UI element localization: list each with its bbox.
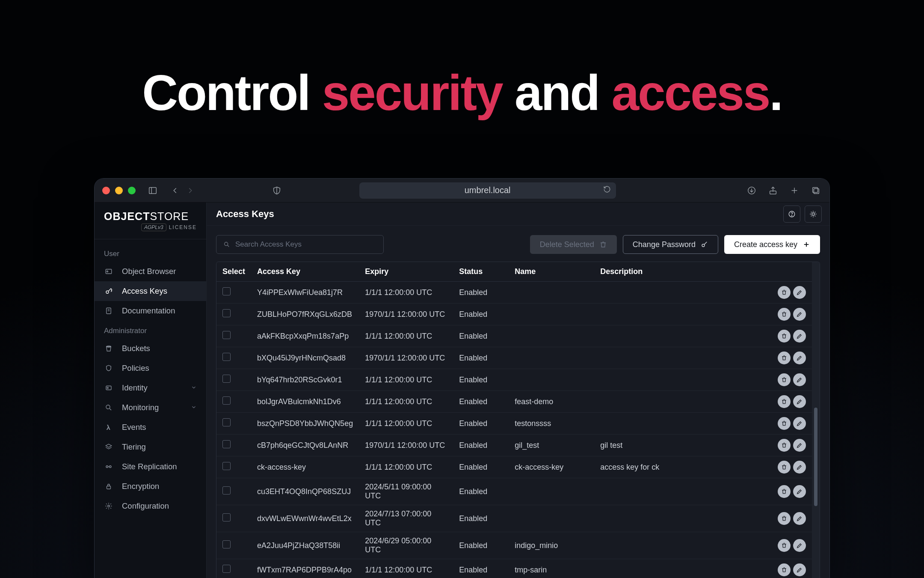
row-edit-button[interactable] bbox=[793, 563, 806, 576]
search-field[interactable] bbox=[235, 240, 376, 249]
delete-selected-button[interactable]: Delete Selected bbox=[530, 235, 617, 254]
downloads-button[interactable] bbox=[746, 185, 758, 197]
row-edit-button[interactable] bbox=[793, 395, 806, 408]
sidebar-item-policies[interactable]: Policies bbox=[95, 358, 206, 378]
cell-name: tmp-sarin bbox=[509, 559, 594, 578]
theme-toggle-button[interactable] bbox=[805, 206, 822, 223]
sidebar-item-object-browser[interactable]: Object Browser bbox=[95, 262, 206, 281]
row-delete-button[interactable] bbox=[778, 439, 791, 452]
row-edit-button[interactable] bbox=[793, 417, 806, 430]
cell-status: Enabled bbox=[453, 325, 509, 347]
sidebar-toggle-button[interactable] bbox=[147, 185, 159, 197]
table-scrollbar[interactable] bbox=[812, 262, 820, 578]
svg-point-22 bbox=[106, 466, 108, 468]
table-row[interactable]: ck-access-key1/1/1 12:00:00 UTCEnabledck… bbox=[216, 456, 812, 478]
row-delete-button[interactable] bbox=[778, 485, 791, 498]
svg-rect-9 bbox=[813, 187, 818, 192]
row-delete-button[interactable] bbox=[778, 461, 791, 474]
sidebar-item-buckets[interactable]: Buckets bbox=[95, 339, 206, 358]
back-button[interactable] bbox=[169, 185, 181, 197]
table-row[interactable]: eA2Juu4PjZHaQ38T58ii2024/6/29 05:00:00 U… bbox=[216, 532, 812, 559]
row-checkbox[interactable] bbox=[222, 396, 231, 405]
row-checkbox[interactable] bbox=[222, 540, 231, 548]
table-row[interactable]: dxvWLwEWwnWr4wvEtL2x2024/7/13 07:00:00 U… bbox=[216, 505, 812, 532]
table-row[interactable]: cu3EHT4OQ8InQP68SZUJ2024/5/11 09:00:00 U… bbox=[216, 478, 812, 505]
sidebar-item-events[interactable]: Events bbox=[95, 417, 206, 437]
sidebar-item-documentation[interactable]: Documentation bbox=[95, 301, 206, 321]
row-delete-button[interactable] bbox=[778, 563, 791, 576]
row-delete-button[interactable] bbox=[778, 352, 791, 364]
row-edit-button[interactable] bbox=[793, 539, 806, 552]
sidebar-item-monitoring[interactable]: Monitoring bbox=[95, 398, 206, 417]
row-checkbox[interactable] bbox=[222, 565, 231, 573]
row-edit-button[interactable] bbox=[793, 485, 806, 498]
cell-name bbox=[509, 325, 594, 347]
table-row[interactable]: bolJgrAVBulcmkNh1Dv61/1/1 12:00:00 UTCEn… bbox=[216, 391, 812, 413]
privacy-shield-icon[interactable] bbox=[271, 185, 283, 197]
sidebar-item-site-replication[interactable]: Site Replication bbox=[95, 457, 206, 477]
sidebar-item-identity[interactable]: Identity bbox=[95, 378, 206, 398]
row-checkbox[interactable] bbox=[222, 287, 231, 295]
row-delete-button[interactable] bbox=[778, 417, 791, 430]
row-delete-button[interactable] bbox=[778, 395, 791, 408]
new-tab-button[interactable] bbox=[788, 185, 800, 197]
row-edit-button[interactable] bbox=[793, 461, 806, 474]
shield-icon bbox=[104, 363, 113, 373]
row-edit-button[interactable] bbox=[793, 286, 806, 299]
sidebar-item-label: Object Browser bbox=[122, 267, 176, 276]
row-edit-button[interactable] bbox=[793, 373, 806, 386]
row-checkbox[interactable] bbox=[222, 462, 231, 470]
share-button[interactable] bbox=[767, 185, 779, 197]
row-edit-button[interactable] bbox=[793, 330, 806, 343]
table-row[interactable]: ZUBLHoPO7fRXqGLx6zDB1970/1/1 12:00:00 UT… bbox=[216, 304, 812, 325]
window-close-button[interactable] bbox=[102, 187, 110, 194]
forward-button[interactable] bbox=[184, 185, 196, 197]
col-access-key: Access Key bbox=[251, 262, 359, 282]
sidebar-item-access-keys[interactable]: Access Keys bbox=[95, 281, 206, 301]
row-checkbox[interactable] bbox=[222, 331, 231, 339]
cell-expiry: 2024/6/29 05:00:00 UTC bbox=[359, 532, 453, 559]
access-keys-table: Select Access Key Expiry Status Name Des… bbox=[216, 262, 820, 578]
tab-overview-button[interactable] bbox=[810, 185, 822, 197]
cell-description bbox=[594, 304, 769, 325]
search-access-keys-input[interactable] bbox=[216, 235, 384, 254]
row-edit-button[interactable] bbox=[793, 512, 806, 525]
row-delete-button[interactable] bbox=[778, 308, 791, 321]
row-checkbox[interactable] bbox=[222, 375, 231, 383]
row-delete-button[interactable] bbox=[778, 286, 791, 299]
change-password-button[interactable]: Change Password bbox=[623, 235, 718, 254]
table-row[interactable]: bXQu45iJ9yrHNcmQsad81970/1/1 12:00:00 UT… bbox=[216, 347, 812, 369]
sidebar-item-tiering[interactable]: Tiering bbox=[95, 437, 206, 457]
table-row[interactable]: fWTxm7RAP6DPPB9rA4po1/1/1 12:00:00 UTCEn… bbox=[216, 559, 812, 578]
sidebar-item-configuration[interactable]: Configuration bbox=[95, 496, 206, 516]
table-row[interactable]: aAkFKBcpXxqPm18s7aPp1/1/1 12:00:00 UTCEn… bbox=[216, 325, 812, 347]
table-row[interactable]: bszQnPSD8YbbJWhQN5eg1/1/1 12:00:00 UTCEn… bbox=[216, 413, 812, 435]
row-edit-button[interactable] bbox=[793, 439, 806, 452]
url-bar[interactable]: umbrel.local bbox=[359, 182, 616, 199]
window-minimize-button[interactable] bbox=[115, 187, 123, 194]
row-edit-button[interactable] bbox=[793, 352, 806, 364]
cell-access-key: bYq647hrb20RScGvk0r1 bbox=[251, 369, 359, 391]
row-delete-button[interactable] bbox=[778, 539, 791, 552]
row-checkbox[interactable] bbox=[222, 418, 231, 426]
row-edit-button[interactable] bbox=[793, 308, 806, 321]
row-checkbox[interactable] bbox=[222, 513, 231, 521]
row-delete-button[interactable] bbox=[778, 512, 791, 525]
cell-name bbox=[509, 478, 594, 505]
table-row[interactable]: Y4iPPExWlwFiUea81j7R1/1/1 12:00:00 UTCEn… bbox=[216, 282, 812, 304]
row-delete-button[interactable] bbox=[778, 330, 791, 343]
window-maximize-button[interactable] bbox=[128, 187, 136, 194]
row-delete-button[interactable] bbox=[778, 373, 791, 386]
row-checkbox[interactable] bbox=[222, 486, 231, 495]
row-checkbox[interactable] bbox=[222, 440, 231, 448]
help-button[interactable] bbox=[783, 206, 800, 223]
table-row[interactable]: bYq647hrb20RScGvk0r11/1/1 12:00:00 UTCEn… bbox=[216, 369, 812, 391]
cell-expiry: 1970/1/1 12:00:00 UTC bbox=[359, 304, 453, 325]
row-checkbox[interactable] bbox=[222, 353, 231, 361]
table-row[interactable]: cB7ph6qeGCJtQv8LAnNR1970/1/1 12:00:00 UT… bbox=[216, 435, 812, 456]
reload-button[interactable] bbox=[603, 185, 611, 195]
row-checkbox[interactable] bbox=[222, 309, 231, 317]
scrollbar-thumb[interactable] bbox=[814, 408, 817, 506]
create-access-key-button[interactable]: Create access key bbox=[724, 235, 820, 254]
sidebar-item-encryption[interactable]: Encryption bbox=[95, 477, 206, 496]
